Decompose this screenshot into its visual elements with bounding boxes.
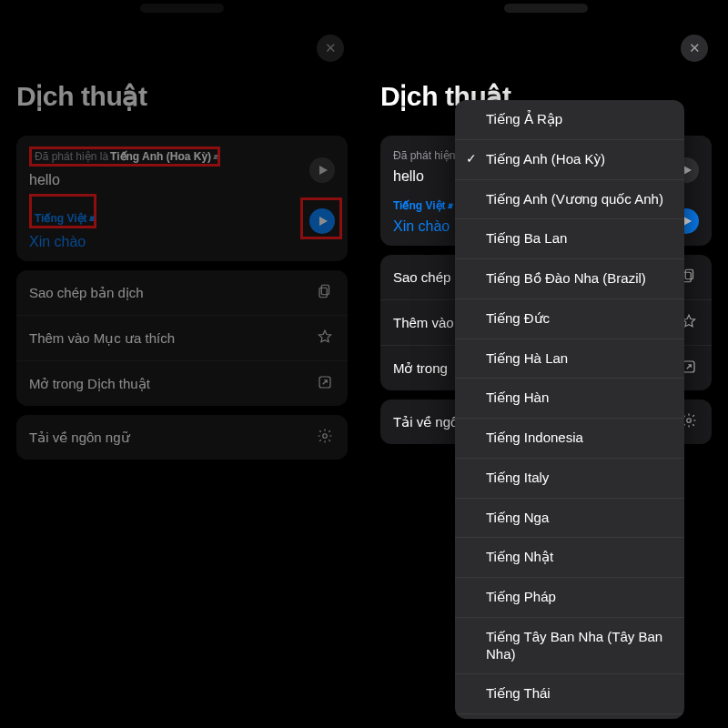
close-button[interactable]: ✕ xyxy=(317,35,344,62)
checkmark-icon: ✓ xyxy=(466,151,477,167)
svg-rect-5 xyxy=(683,272,691,282)
action-group-1: Sao chép bản dịch Thêm vào Mục ưa thích … xyxy=(16,270,348,406)
language-menu-item[interactable]: Tiếng Indonesia xyxy=(455,419,684,459)
source-language-selector[interactable]: Đã phát hiện là Tiếng Anh (Hoa Kỳ) ▴▾ xyxy=(35,150,215,163)
svg-rect-0 xyxy=(321,285,329,295)
language-menu-item[interactable]: ✓Tiếng Anh (Hoa Kỳ) xyxy=(455,140,684,180)
svg-rect-1 xyxy=(319,288,327,298)
language-menu-item-label: Tiếng Pháp xyxy=(486,589,556,606)
language-menu: Tiếng Ả Rập✓Tiếng Anh (Hoa Kỳ)Tiếng Anh … xyxy=(455,100,684,719)
target-language-selector[interactable]: Tiếng Việt ▴▾ xyxy=(35,212,91,225)
language-menu-item-label: Tiếng Anh (Vương quốc Anh) xyxy=(486,191,663,208)
language-menu-item-label: Tiếng Đức xyxy=(486,310,550,328)
language-menu-item[interactable]: Tiếng Hàn xyxy=(455,379,684,419)
language-menu-item[interactable]: Tiếng Đức xyxy=(455,299,684,339)
download-language-row[interactable]: Tải về ngôn ngữ xyxy=(16,415,348,460)
target-text: Xin chào xyxy=(29,234,335,250)
language-menu-item[interactable]: Tiếng Hà Lan xyxy=(455,339,684,379)
language-menu-item[interactable]: Tiếng Tây Ban Nha (Tây Ban Nha) xyxy=(455,618,684,675)
language-menu-item[interactable]: Tiếng Nga xyxy=(455,499,684,539)
play-icon xyxy=(318,165,329,176)
language-menu-item-label: Tiếng Tây Ban Nha (Tây Ban Nha) xyxy=(486,629,672,663)
language-menu-item[interactable]: Tiếng Thổ Nhĩ Kỳ xyxy=(455,714,684,719)
copy-translation-row[interactable]: Sao chép bản dịch xyxy=(16,270,348,316)
target-language-selector[interactable]: Tiếng Việt ▴▾ xyxy=(393,199,450,212)
language-menu-item[interactable]: Tiếng Ba Lan xyxy=(455,219,684,259)
close-icon: ✕ xyxy=(689,40,701,56)
source-text: hello xyxy=(29,172,335,188)
language-menu-item-label: Tiếng Ả Rập xyxy=(486,111,562,128)
chevron-updown-icon: ▴▾ xyxy=(213,152,215,161)
language-menu-item-label: Tiếng Hà Lan xyxy=(486,350,568,368)
svg-rect-4 xyxy=(685,269,693,279)
language-menu-item-label: Tiếng Nhật xyxy=(486,549,553,566)
notch xyxy=(504,4,588,13)
language-menu-item[interactable]: Tiếng Anh (Vương quốc Anh) xyxy=(455,180,684,220)
screenshot-left: ✕ Dịch thuật Đã phát hiện là Tiếng Anh (… xyxy=(0,0,364,728)
star-icon xyxy=(315,329,335,348)
language-menu-item[interactable]: Tiếng Bồ Đào Nha (Brazil) xyxy=(455,259,684,299)
open-in-translate-row[interactable]: Mở trong Dịch thuật xyxy=(16,361,348,406)
language-menu-item-label: Tiếng Ba Lan xyxy=(486,230,567,248)
screenshot-right: ✕ Dịch thuật Đã phát hiện hello Tiếng Vi… xyxy=(364,0,728,728)
chevron-updown-icon: ▴▾ xyxy=(448,201,450,210)
action-group-2: Tải về ngôn ngữ xyxy=(16,415,348,460)
language-menu-item-label: Tiếng Anh (Hoa Kỳ) xyxy=(486,151,605,168)
svg-point-3 xyxy=(323,434,328,439)
add-favorite-row[interactable]: Thêm vào Mục ưa thích xyxy=(16,316,348,361)
close-button[interactable]: ✕ xyxy=(681,35,708,62)
svg-point-7 xyxy=(687,419,692,423)
language-menu-item[interactable]: Tiếng Italy xyxy=(455,459,684,499)
play-target-button[interactable] xyxy=(309,208,335,234)
close-icon: ✕ xyxy=(325,40,337,56)
language-menu-item-label: Tiếng Hàn xyxy=(486,389,549,407)
source-language-selector[interactable]: Đã phát hiện xyxy=(393,149,455,162)
gear-icon xyxy=(315,428,335,447)
language-menu-item[interactable]: Tiếng Ả Rập xyxy=(455,100,684,140)
language-menu-scroll[interactable]: Tiếng Ả Rập✓Tiếng Anh (Hoa Kỳ)Tiếng Anh … xyxy=(455,100,684,719)
open-external-icon xyxy=(315,374,335,393)
chevron-updown-icon: ▴▾ xyxy=(89,214,91,223)
language-menu-item-label: Tiếng Indonesia xyxy=(486,430,583,447)
page-title: Dịch thuật xyxy=(16,80,348,112)
play-source-button[interactable] xyxy=(309,157,335,183)
language-menu-item-label: Tiếng Italy xyxy=(486,470,549,487)
translation-card: Đã phát hiện là Tiếng Anh (Hoa Kỳ) ▴▾ he… xyxy=(16,136,348,261)
language-menu-item[interactable]: Tiếng Thái xyxy=(455,674,684,714)
language-menu-item-label: Tiếng Nga xyxy=(486,510,549,527)
language-menu-item[interactable]: Tiếng Nhật xyxy=(455,538,684,578)
play-icon xyxy=(318,216,329,227)
copy-icon xyxy=(315,283,335,302)
language-menu-item[interactable]: Tiếng Pháp xyxy=(455,578,684,618)
language-menu-item-label: Tiếng Thái xyxy=(486,685,551,703)
language-menu-item-label: Tiếng Bồ Đào Nha (Brazil) xyxy=(486,270,646,288)
notch xyxy=(140,4,224,13)
